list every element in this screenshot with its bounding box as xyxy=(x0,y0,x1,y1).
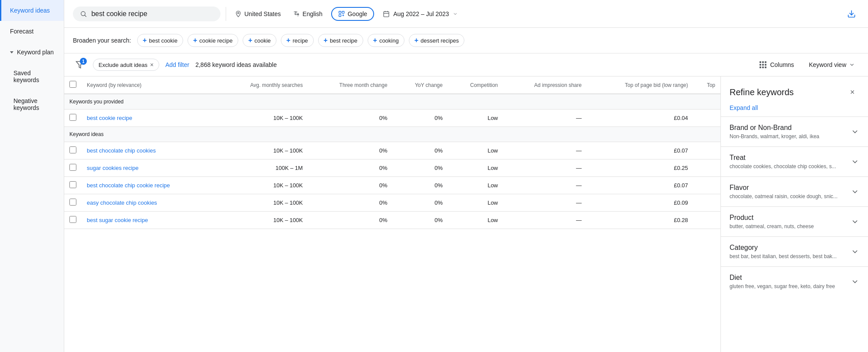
keyword-cell[interactable]: best chocolate chip cookies xyxy=(87,147,156,154)
sidebar-item-keyword-plan[interactable]: Keyword plan xyxy=(0,42,64,63)
main-content: United States English Google xyxy=(64,0,868,352)
refine-section-sub: Non-Brands, walmart, kroger, aldi, ikea xyxy=(730,133,819,139)
chevron-down-icon xyxy=(10,51,13,53)
refine-section-flavor[interactable]: Flavor chocolate, oatmeal raisin, cookie… xyxy=(721,176,868,206)
sidebar-item-saved-keywords[interactable]: Saved keywords xyxy=(0,63,64,90)
broaden-chip-1[interactable]: + cookie recipe xyxy=(187,34,238,47)
row-checkbox[interactable] xyxy=(69,164,76,171)
refine-section-title: Treat xyxy=(730,154,836,162)
keyword-table: Keyword (by relevance) Avg. monthly sear… xyxy=(64,76,720,229)
keyword-cell[interactable]: sugar cookies recipe xyxy=(87,165,138,171)
refine-close-button[interactable]: × xyxy=(845,85,859,99)
table-cell: 0% xyxy=(393,142,448,159)
table-cell: 0% xyxy=(308,110,393,127)
broaden-chip-6[interactable]: + dessert recipes xyxy=(409,34,465,47)
table-cell: 0% xyxy=(393,110,448,127)
chevron-down-refine-icon xyxy=(851,157,859,166)
sidebar-item-keyword-ideas[interactable]: Keyword ideas xyxy=(0,0,64,21)
chevron-down-refine-icon xyxy=(851,217,859,226)
table-cell-extra xyxy=(693,177,720,194)
broaden-chip-3[interactable]: + recipe xyxy=(281,34,314,47)
exclude-chip-close[interactable]: × xyxy=(150,61,154,68)
chevron-down-refine-icon xyxy=(851,127,859,136)
refine-section-treat[interactable]: Treat chocolate cookies, chocolate chip … xyxy=(721,146,868,176)
broaden-chip-2[interactable]: + cookie xyxy=(243,34,276,47)
plus-icon-5: + xyxy=(373,37,377,44)
table-cell-extra xyxy=(693,142,720,159)
refine-section-header: Treat chocolate cookies, chocolate chip … xyxy=(730,154,859,169)
refine-section-title: Diet xyxy=(730,274,835,282)
plus-icon-4: + xyxy=(324,37,328,44)
keyword-cell[interactable]: best chocolate chip cookie recipe xyxy=(87,182,170,189)
row-checkbox[interactable] xyxy=(69,114,76,121)
table-cell: 0% xyxy=(393,177,448,194)
columns-button[interactable]: Columns xyxy=(755,59,798,71)
table-cell: Low xyxy=(448,212,503,229)
table-cell: £0.09 xyxy=(587,194,693,212)
search-icon xyxy=(80,10,87,18)
sidebar-item-negative-keywords[interactable]: Negative keywords xyxy=(0,90,64,118)
table-row: sugar cookies recipe100K – 1M0%0%Low—£0.… xyxy=(64,159,720,177)
chevron-down-refine-icon xyxy=(851,277,859,286)
table-wrapper: Keyword (by relevance) Avg. monthly sear… xyxy=(64,76,720,352)
table-cell-extra xyxy=(693,159,720,177)
row-checkbox[interactable] xyxy=(69,146,76,153)
broaden-chip-0[interactable]: + best cookie xyxy=(137,34,183,47)
table-cell: Low xyxy=(448,177,503,194)
table-cell: — xyxy=(503,212,587,229)
search-input[interactable] xyxy=(91,10,214,18)
keyword-cell[interactable]: best sugar cookie recipe xyxy=(87,217,148,223)
select-all-checkbox[interactable] xyxy=(69,81,76,88)
expand-all-button[interactable]: Expand all xyxy=(721,103,868,116)
refine-section-diet[interactable]: Diet gluten free, vegan, sugar free, ket… xyxy=(721,266,868,296)
broaden-chip-5[interactable]: + cooking xyxy=(368,34,404,47)
row-checkbox[interactable] xyxy=(69,199,76,206)
filter-icon-button[interactable]: 1 xyxy=(73,58,87,72)
row-checkbox[interactable] xyxy=(69,216,76,223)
table-cell: 0% xyxy=(308,177,393,194)
refine-section-header: Category best bar, best italian, best de… xyxy=(730,244,859,259)
refine-section-title: Flavor xyxy=(730,184,838,192)
header-three-month: Three month change xyxy=(308,76,393,94)
language-pill[interactable]: English xyxy=(289,9,326,19)
svg-rect-6 xyxy=(339,14,341,17)
header-bar: United States English Google xyxy=(64,0,868,28)
refine-section-header: Flavor chocolate, oatmeal raisin, cookie… xyxy=(730,184,859,199)
header-yoy-change: YoY change xyxy=(393,76,448,94)
network-pill[interactable]: Google xyxy=(331,7,374,21)
table-cell: 10K – 100K xyxy=(217,177,308,194)
sidebar-item-forecast[interactable]: Forecast xyxy=(0,21,64,42)
plus-icon-3: + xyxy=(286,37,290,44)
broaden-label: Broaden your search: xyxy=(73,37,131,44)
download-button[interactable] xyxy=(844,6,859,22)
broaden-chip-4[interactable]: + best recipe xyxy=(318,34,363,47)
header-top-bid-high: Top xyxy=(693,76,720,94)
search-box[interactable] xyxy=(73,7,220,21)
refine-section-product[interactable]: Product butter, oatmeal, cream, nuts, ch… xyxy=(721,206,868,236)
refine-title: Refine keywords xyxy=(730,87,794,97)
table-cell: Low xyxy=(448,194,503,212)
header-keyword: Keyword (by relevance) xyxy=(82,76,217,94)
keyword-cell[interactable]: easy chocolate chip cookies xyxy=(87,199,157,206)
table-cell-extra xyxy=(693,194,720,212)
table-cell-extra xyxy=(693,110,720,127)
refine-section-category[interactable]: Category best bar, best italian, best de… xyxy=(721,236,868,266)
date-range-pill[interactable]: Aug 2022 – Jul 2023 xyxy=(379,9,461,19)
location-pill[interactable]: United States xyxy=(231,9,284,19)
table-row: best chocolate chip cookies10K – 100K0%0… xyxy=(64,142,720,159)
svg-point-2 xyxy=(237,12,239,13)
refine-section-sub: gluten free, vegan, sugar free, keto, da… xyxy=(730,283,835,289)
keyword-view-button[interactable]: Keyword view xyxy=(805,59,859,71)
keyword-count: 2,868 keyword ideas available xyxy=(195,61,749,68)
table-cell: £0.28 xyxy=(587,212,693,229)
row-checkbox[interactable] xyxy=(69,181,76,188)
header-ad-impression: Ad impression share xyxy=(503,76,587,94)
header-top-bid: Top of page bid (low range) xyxy=(587,76,693,94)
refine-section-title: Category xyxy=(730,244,837,252)
refine-section-brand[interactable]: Brand or Non-Brand Non-Brands, walmart, … xyxy=(721,116,868,146)
broaden-bar: Broaden your search: + best cookie + coo… xyxy=(64,28,868,53)
keyword-cell[interactable]: best cookie recipe xyxy=(87,115,132,121)
chevron-down-refine-icon xyxy=(851,187,859,196)
add-filter-button[interactable]: Add filter xyxy=(165,61,189,68)
filter-badge: 1 xyxy=(80,58,87,65)
